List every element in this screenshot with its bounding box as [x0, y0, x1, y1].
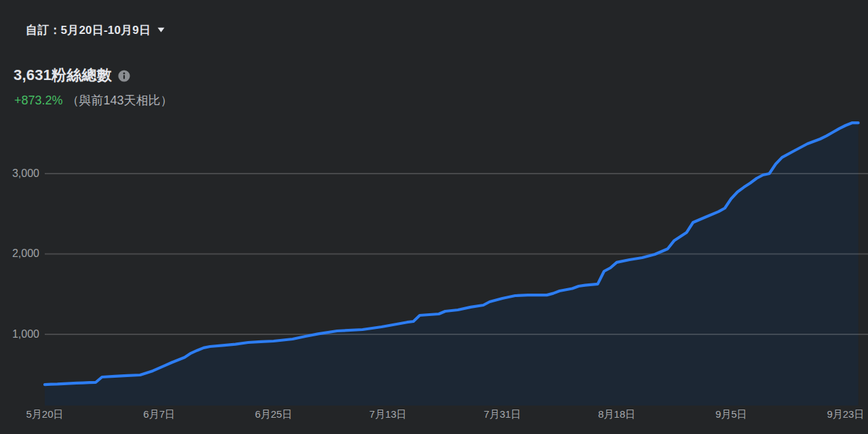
x-axis-label: 9月5日	[715, 409, 747, 420]
y-axis-label: 3,000	[0, 167, 39, 180]
x-axis-label: 5月20日	[26, 409, 63, 420]
y-axis-label: 2,000	[0, 248, 39, 260]
y-axis-label: 1,000	[0, 328, 39, 340]
x-axis-label: 7月31日	[484, 409, 521, 420]
x-axis-label: 6月7日	[143, 409, 175, 420]
followers-insights-panel: 自訂：5月20日-10月9日 3,631粉絲總數 +873.2% （與前143天…	[0, 0, 868, 434]
chart-area-fill	[45, 123, 859, 406]
x-axis-label: 8月18日	[598, 409, 635, 420]
followers-chart[interactable]: 1,0002,0003,0005月20日6月7日6月25日7月13日7月31日8…	[0, 0, 868, 434]
x-axis-label: 6月25日	[255, 409, 292, 420]
followers-area-chart[interactable]	[0, 0, 868, 434]
x-axis-label: 9月23日	[827, 409, 864, 420]
x-axis-label: 7月13日	[370, 409, 407, 420]
